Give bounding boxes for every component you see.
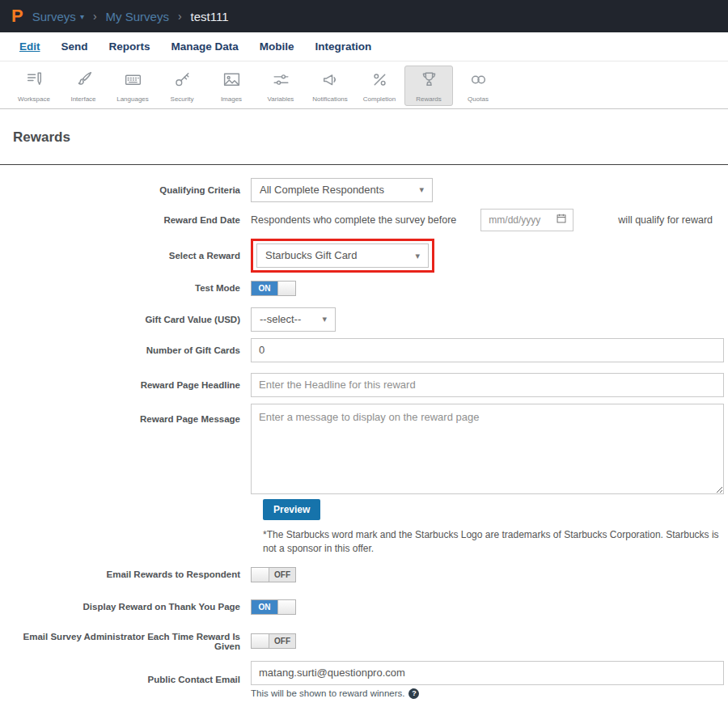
- menu-item-mobile[interactable]: Mobile: [249, 40, 305, 53]
- tab-completion[interactable]: Completion: [355, 66, 404, 106]
- breadcrumb-my-surveys[interactable]: My Surveys: [106, 10, 169, 23]
- menu-item-manage-data[interactable]: Manage Data: [161, 40, 249, 53]
- tab-label: Quotas: [468, 95, 489, 103]
- links-icon: [468, 70, 489, 93]
- menu-item-send[interactable]: Send: [51, 40, 99, 53]
- helper-text: This will be shown to reward winners.: [251, 688, 404, 698]
- edit-toolbar: Workspace Interface Languages Security I…: [0, 61, 728, 109]
- keyboard-icon: [123, 70, 143, 93]
- breadcrumb-separator: ›: [178, 10, 182, 23]
- form-row-number-of-gift-cards: Number of Gift Cards: [0, 338, 728, 362]
- qualifying-criteria-label: Qualifying Criteria: [0, 185, 251, 195]
- menu-item-edit[interactable]: Edit: [9, 40, 51, 53]
- toggle-handle: [252, 568, 269, 582]
- gift-card-value-label: Gift Card Value (USD): [0, 315, 251, 324]
- tab-label: Languages: [116, 95, 149, 103]
- email-rewards-toggle[interactable]: OFF: [251, 567, 296, 582]
- reward-page-message-textarea[interactable]: [251, 404, 724, 494]
- breadcrumb-surveys-dropdown[interactable]: Surveys ▾: [32, 10, 84, 23]
- tab-label: Completion: [363, 95, 396, 103]
- form-row-display-reward: Display Reward on Thank You Page ON: [0, 599, 728, 615]
- reward-end-date-input[interactable]: [487, 214, 552, 226]
- preview-button[interactable]: Preview: [263, 499, 320, 520]
- form-row-email-rewards: Email Rewards to Respondent OFF: [0, 567, 728, 582]
- form-row-reward-page-message: Reward Page Message: [0, 404, 728, 494]
- select-reward-label: Select a Reward: [0, 251, 251, 260]
- key-icon: [172, 70, 193, 93]
- qualifying-criteria-value: All Complete Respondents: [260, 184, 384, 196]
- breadcrumb-survey-name: test111: [191, 10, 229, 23]
- help-question-icon[interactable]: ?: [408, 688, 419, 699]
- highlight-rectangle: Starbucks Gift Card ▾: [251, 239, 434, 273]
- tab-label: Security: [171, 95, 194, 103]
- tab-notifications[interactable]: Notifications: [306, 66, 354, 106]
- menu-item-integration[interactable]: Integration: [305, 40, 383, 53]
- tab-quotas[interactable]: Quotas: [454, 66, 502, 106]
- form-row-email-admin: Email Survey Administrator Each Time Rew…: [0, 632, 728, 651]
- test-mode-label: Test Mode: [0, 283, 251, 293]
- form-row-reward-end-date: Reward End Date Respondents who complete…: [0, 209, 728, 231]
- tab-workspace[interactable]: Workspace: [10, 66, 58, 106]
- toggle-state-label: ON: [252, 600, 277, 614]
- page-title: Rewards: [0, 118, 728, 155]
- percent-icon: [370, 70, 390, 93]
- tab-images[interactable]: Images: [207, 66, 256, 106]
- reward-page-headline-input[interactable]: [251, 373, 724, 397]
- reward-end-date-prefix: Respondents who complete the survey befo…: [251, 214, 456, 226]
- test-mode-toggle[interactable]: ON: [251, 281, 296, 296]
- tab-languages[interactable]: Languages: [108, 66, 157, 106]
- caret-down-icon: ▾: [419, 184, 424, 195]
- qualifying-criteria-select[interactable]: All Complete Respondents ▾: [251, 178, 433, 202]
- display-reward-label: Display Reward on Thank You Page: [0, 602, 251, 612]
- calendar-icon[interactable]: [556, 213, 567, 227]
- display-reward-toggle[interactable]: ON: [251, 599, 296, 615]
- tab-label: Interface: [70, 95, 95, 103]
- paintbrush-icon: [74, 70, 94, 93]
- tab-variables[interactable]: Variables: [256, 66, 305, 106]
- form-row-qualifying-criteria: Qualifying Criteria All Complete Respond…: [0, 178, 728, 202]
- reward-end-date-label: Reward End Date: [0, 215, 251, 225]
- tab-interface[interactable]: Interface: [59, 66, 108, 106]
- public-contact-email-label: Public Contact Email: [0, 675, 251, 684]
- number-of-gift-cards-label: Number of Gift Cards: [0, 345, 251, 355]
- disclaimer-area: *The Starbucks word mark and the Starbuc…: [263, 528, 728, 556]
- public-contact-email-helper: This will be shown to reward winners. ?: [251, 688, 419, 699]
- toggle-state-label: OFF: [269, 568, 295, 582]
- reward-page-message-label: Reward Page Message: [0, 404, 251, 424]
- gift-card-value-select[interactable]: --select-- ▾: [251, 307, 336, 332]
- tab-label: Rewards: [416, 95, 442, 103]
- breadcrumb-separator: ›: [93, 10, 97, 23]
- tab-label: Notifications: [312, 95, 348, 103]
- menu-item-reports[interactable]: Reports: [99, 40, 161, 53]
- tab-security[interactable]: Security: [158, 66, 206, 106]
- tab-label: Variables: [268, 95, 294, 103]
- tab-rewards[interactable]: Rewards: [404, 66, 453, 106]
- questionpro-logo[interactable]: P: [11, 7, 23, 25]
- toggle-handle: [277, 282, 295, 295]
- sliders-icon: [271, 70, 291, 93]
- form-row-public-contact-email: Public Contact Email This will be shown …: [0, 661, 728, 699]
- main-menu: Edit Send Reports Manage Data Mobile Int…: [0, 32, 728, 61]
- email-admin-toggle[interactable]: OFF: [251, 633, 296, 649]
- toggle-state-label: ON: [252, 282, 277, 295]
- reward-end-date-field[interactable]: [480, 209, 574, 231]
- form-row-select-reward: Select a Reward Starbucks Gift Card ▾: [0, 239, 728, 273]
- image-icon: [222, 70, 242, 93]
- number-of-gift-cards-input[interactable]: [251, 338, 724, 362]
- trophy-icon: [419, 70, 439, 93]
- form-row-reward-page-headline: Reward Page Headline: [0, 373, 728, 397]
- select-reward-select[interactable]: Starbucks Gift Card ▾: [256, 243, 429, 268]
- rewards-form: Qualifying Criteria All Complete Respond…: [0, 165, 728, 707]
- reward-end-date-suffix: will qualify for reward: [618, 214, 713, 226]
- gift-card-value-value: --select--: [260, 313, 301, 325]
- form-row-test-mode: Test Mode ON: [0, 281, 728, 296]
- toggle-handle: [277, 600, 295, 614]
- toggle-handle: [252, 634, 269, 648]
- public-contact-email-input[interactable]: [251, 661, 724, 685]
- workspace-icon: [24, 70, 44, 93]
- tab-label: Workspace: [18, 95, 50, 103]
- top-navigation-bar: P Surveys ▾ › My Surveys › test111: [0, 0, 728, 32]
- tab-label: Images: [221, 95, 242, 103]
- breadcrumb-surveys-label: Surveys: [32, 10, 76, 23]
- preview-button-area: Preview: [263, 499, 728, 520]
